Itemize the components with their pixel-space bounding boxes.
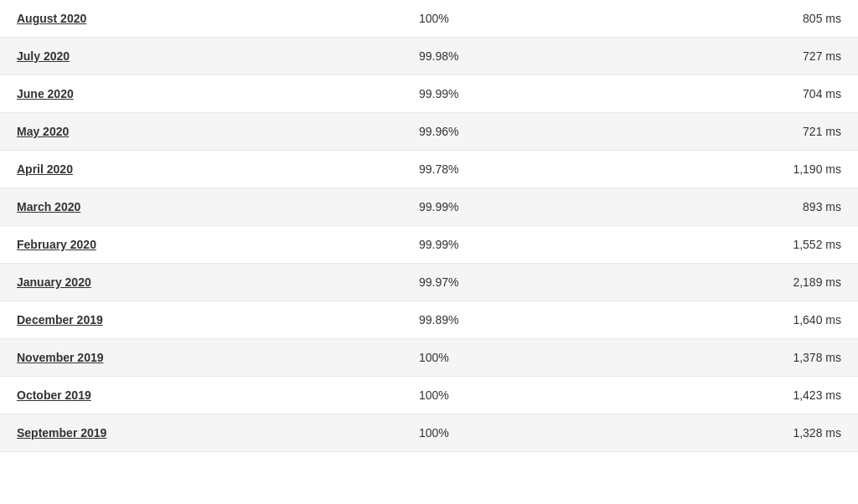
response-value: 2,189 ms <box>793 275 841 289</box>
response-value: 727 ms <box>803 49 841 63</box>
table-row: January 202099.97%2,189 ms <box>0 264 858 301</box>
month-link-july-2020[interactable]: July 2020 <box>17 49 70 63</box>
table-row: March 202099.99%893 ms <box>0 188 858 226</box>
response-value: 1,190 ms <box>793 162 841 176</box>
uptime-value: 100% <box>419 426 449 440</box>
uptime-column: 100% <box>419 426 620 440</box>
response-value: 1,423 ms <box>793 388 841 402</box>
response-column: 1,423 ms <box>620 388 841 402</box>
response-column: 1,640 ms <box>620 313 841 327</box>
uptime-value: 100% <box>419 388 449 402</box>
uptime-value: 99.99% <box>419 200 458 213</box>
table-row: February 202099.99%1,552 ms <box>0 226 858 264</box>
uptime-column: 100% <box>419 12 620 25</box>
response-column: 2,189 ms <box>620 275 841 289</box>
uptime-column: 99.99% <box>419 238 620 251</box>
uptime-value: 100% <box>419 351 449 364</box>
month-column: March 2020 <box>17 200 419 213</box>
month-column: September 2019 <box>17 426 419 440</box>
table-row: May 202099.96%721 ms <box>0 113 858 151</box>
response-value: 1,640 ms <box>793 313 841 327</box>
uptime-column: 99.99% <box>419 87 620 100</box>
table-row: December 201999.89%1,640 ms <box>0 301 858 339</box>
uptime-column: 99.78% <box>419 162 620 176</box>
uptime-column: 99.96% <box>419 125 620 138</box>
uptime-value: 99.99% <box>419 238 458 251</box>
month-link-february-2020[interactable]: February 2020 <box>17 238 96 251</box>
month-link-october-2019[interactable]: October 2019 <box>17 388 91 402</box>
response-value: 1,552 ms <box>793 238 841 251</box>
uptime-value: 99.89% <box>419 313 458 327</box>
response-column: 1,552 ms <box>620 238 841 251</box>
response-column: 893 ms <box>620 200 841 213</box>
uptime-column: 100% <box>419 388 620 402</box>
uptime-column: 99.89% <box>419 313 620 327</box>
month-column: December 2019 <box>17 313 419 327</box>
uptime-value: 99.97% <box>419 275 458 289</box>
uptime-column: 99.98% <box>419 49 620 63</box>
response-column: 1,378 ms <box>620 351 841 364</box>
month-column: April 2020 <box>17 162 419 176</box>
table-row: July 202099.98%727 ms <box>0 38 858 75</box>
uptime-value: 99.98% <box>419 49 458 63</box>
response-value: 721 ms <box>803 125 841 138</box>
uptime-value: 100% <box>419 12 449 25</box>
response-value: 704 ms <box>803 87 841 100</box>
response-value: 1,328 ms <box>793 426 841 440</box>
uptime-column: 100% <box>419 351 620 364</box>
uptime-column: 99.97% <box>419 275 620 289</box>
month-link-august-2020[interactable]: August 2020 <box>17 12 86 25</box>
response-value: 805 ms <box>803 12 841 25</box>
uptime-column: 99.99% <box>419 200 620 213</box>
month-column: October 2019 <box>17 388 419 402</box>
month-link-may-2020[interactable]: May 2020 <box>17 125 69 138</box>
month-column: July 2020 <box>17 49 419 63</box>
response-column: 805 ms <box>620 12 841 25</box>
table-row: September 2019100%1,328 ms <box>0 414 858 452</box>
response-column: 721 ms <box>620 125 841 138</box>
response-value: 893 ms <box>803 200 841 213</box>
response-column: 1,328 ms <box>620 426 841 440</box>
table-row: April 202099.78%1,190 ms <box>0 151 858 188</box>
response-column: 704 ms <box>620 87 841 100</box>
table-row: November 2019100%1,378 ms <box>0 339 858 377</box>
response-column: 1,190 ms <box>620 162 841 176</box>
month-link-december-2019[interactable]: December 2019 <box>17 313 103 327</box>
uptime-table: August 2020100%805 msJuly 202099.98%727 … <box>0 0 858 504</box>
month-link-june-2020[interactable]: June 2020 <box>17 87 74 100</box>
uptime-value: 99.99% <box>419 87 458 100</box>
response-column: 727 ms <box>620 49 841 63</box>
month-link-september-2019[interactable]: September 2019 <box>17 426 106 440</box>
uptime-value: 99.78% <box>419 162 458 176</box>
month-column: February 2020 <box>17 238 419 251</box>
uptime-value: 99.96% <box>419 125 458 138</box>
month-link-november-2019[interactable]: November 2019 <box>17 351 104 364</box>
response-value: 1,378 ms <box>793 351 841 364</box>
month-column: November 2019 <box>17 351 419 364</box>
table-row: August 2020100%805 ms <box>0 0 858 38</box>
month-column: June 2020 <box>17 87 419 100</box>
month-link-march-2020[interactable]: March 2020 <box>17 200 80 213</box>
month-column: January 2020 <box>17 275 419 289</box>
month-link-january-2020[interactable]: January 2020 <box>17 275 91 289</box>
table-row: June 202099.99%704 ms <box>0 75 858 113</box>
month-link-april-2020[interactable]: April 2020 <box>17 162 73 176</box>
month-column: May 2020 <box>17 125 419 138</box>
table-row: October 2019100%1,423 ms <box>0 377 858 414</box>
month-column: August 2020 <box>17 12 419 25</box>
